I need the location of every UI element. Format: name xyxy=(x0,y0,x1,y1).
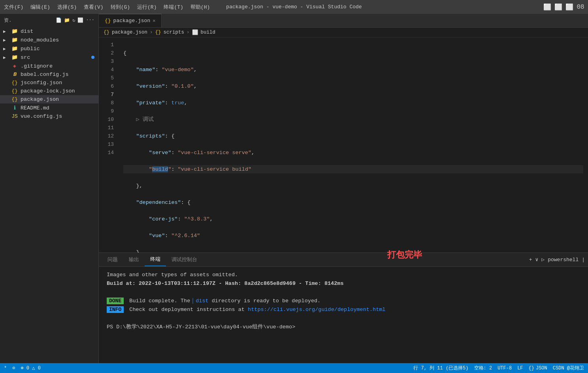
menu-file[interactable]: 文件(F) xyxy=(4,4,23,11)
layout-icon-1[interactable]: ⬜ xyxy=(544,4,551,11)
tab-problems[interactable]: 问题 xyxy=(102,253,123,266)
new-file-icon[interactable]: 📄 xyxy=(56,17,62,23)
line-num-7: 7 xyxy=(99,90,119,99)
line-num-10: 10 xyxy=(99,115,119,124)
json-brace-icon: {} xyxy=(529,365,534,371)
sidebar-item-src[interactable]: ▶ 📁 src xyxy=(0,53,98,62)
menu-run[interactable]: 运行(R) xyxy=(137,4,156,11)
editor-area: {} package.json ✕ {} package.json › {} s… xyxy=(99,14,588,363)
tab-terminal[interactable]: 终端 xyxy=(145,253,166,266)
menu-select[interactable]: 选择(S) xyxy=(57,4,77,11)
more-icon[interactable]: ··· xyxy=(86,17,94,23)
code-line-7: "build": "vue-cli-service build" xyxy=(123,165,583,173)
statusbar-spaces[interactable]: 空格: 2 xyxy=(474,365,492,371)
sidebar-item-public[interactable]: ▶ 📁 public xyxy=(0,44,98,53)
statusbar: * ⊙ ⊗ 0 △ 0 行 7, 列 11 (已选择5) 空格: 2 UTF-8… xyxy=(0,363,588,373)
tab-output[interactable]: 输出 xyxy=(123,253,145,266)
json-icon: {} xyxy=(11,88,18,94)
chevron-right-icon: ▶ xyxy=(3,29,9,34)
chevron-right-icon: ▶ xyxy=(3,38,9,43)
dist-text: ｜dist xyxy=(190,298,208,304)
breadcrumb-icon: {} xyxy=(104,30,109,35)
folder-icon: 📁 xyxy=(11,54,18,60)
terminal-line-2: Build at: 2022-10-13T03:11:12.197Z - Has… xyxy=(107,279,580,288)
breadcrumb-scripts[interactable]: scripts xyxy=(164,30,185,35)
json-icon: {} xyxy=(11,96,18,102)
statusbar-errors[interactable]: ⊗ 0 △ 0 xyxy=(21,365,40,371)
chevron-right-icon: ▶ xyxy=(3,55,9,60)
breadcrumb-build[interactable]: build xyxy=(201,30,216,35)
tab-debug-console[interactable]: 调试控制台 xyxy=(166,253,203,266)
sidebar-item-gitignore[interactable]: ◈ .gitignore xyxy=(0,62,98,70)
deployment-link[interactable]: https://cli.vuejs.org/guide/deployment.h… xyxy=(248,307,385,313)
menu-goto[interactable]: 转到(G) xyxy=(111,4,130,11)
collapse-icon[interactable]: ⬜ xyxy=(77,17,83,23)
sidebar-item-package-lock[interactable]: {} package-lock.json xyxy=(0,87,98,95)
statusbar-row-col[interactable]: 行 7, 列 11 (已选择5) xyxy=(413,365,468,371)
statusbar-encoding[interactable]: UTF-8 xyxy=(498,365,512,371)
plus-icon[interactable]: + xyxy=(529,257,532,263)
sidebar-item-label: dist xyxy=(21,28,33,34)
line-num-5: 5 xyxy=(99,74,119,82)
layout-icon-2[interactable]: ⬜ xyxy=(555,4,562,11)
code-line-9: "dependencies": { xyxy=(123,198,583,207)
tab-package-json[interactable]: {} package.json ✕ xyxy=(99,14,162,27)
line-numbers: 1 2 3 4 5 6 7 8 9 10 11 12 13 14 xyxy=(99,38,119,252)
menu-terminal[interactable]: 终端(T) xyxy=(164,4,183,11)
terminal-line-empty xyxy=(107,314,580,323)
terminal-panel: 问题 输出 终端 调试控制台 + ∨ ▷ powershell | Images… xyxy=(99,252,588,363)
info-msg: Check out deployment instructions at xyxy=(129,307,248,313)
code-line-4: "private": true, xyxy=(123,99,583,107)
tabs-bar: {} package.json ✕ xyxy=(99,14,588,28)
terminal-content[interactable]: Images and other types of assets omitted… xyxy=(99,267,588,363)
breadcrumb: {} package.json › {} scripts › ⬜ build xyxy=(99,28,588,38)
sidebar-item-label: package-lock.json xyxy=(21,88,75,94)
refresh-icon[interactable]: ↻ xyxy=(72,17,75,23)
code-line-5: "scripts": { xyxy=(123,132,583,140)
statusbar-line-ending[interactable]: LF xyxy=(517,365,523,371)
code-line-debug: ▷ 调试 xyxy=(123,115,583,124)
info-badge: INFO xyxy=(107,306,124,313)
layout-icon-4[interactable]: 08 xyxy=(577,4,584,11)
line-num-4: 4 xyxy=(99,66,119,74)
tab-label: package.json xyxy=(113,18,151,24)
breadcrumb-icon3: ⬜ xyxy=(192,29,198,36)
statusbar-sync[interactable]: ⊙ xyxy=(12,365,15,371)
menu-help[interactable]: 帮助(H) xyxy=(190,4,210,11)
git-icon: ◈ xyxy=(11,63,18,69)
chevron-down-icon[interactable]: ∨ xyxy=(535,256,539,263)
window-controls[interactable]: ⬜ ⬜ ⬜ 08 xyxy=(544,4,584,11)
sidebar-item-label: public xyxy=(21,46,40,52)
terminal-split-icon[interactable]: | xyxy=(582,257,585,263)
sidebar-item-babel[interactable]: 𝘽 babel.config.js xyxy=(0,70,98,79)
statusbar-language[interactable]: {} JSON xyxy=(529,365,547,371)
menu-bar[interactable]: 文件(F) 编辑(E) 选择(S) 查看(V) 转到(G) 运行(R) 终端(T… xyxy=(4,4,210,11)
tab-close-button[interactable]: ✕ xyxy=(153,18,155,24)
sidebar-toolbar-icons[interactable]: 📄 📁 ↻ ⬜ ··· xyxy=(56,17,94,23)
breadcrumb-sep-2: › xyxy=(187,30,190,35)
titlebar: 文件(F) 编辑(E) 选择(S) 查看(V) 转到(G) 运行(R) 终端(T… xyxy=(0,0,588,14)
code-content[interactable]: { "name": "vue-demo", "version": "0.1.0"… xyxy=(119,38,588,252)
language-label: JSON xyxy=(536,365,547,371)
terminal-run-icon[interactable]: ▷ xyxy=(541,256,545,263)
code-line-6: "serve": "vue-cli-service serve", xyxy=(123,149,583,157)
breadcrumb-file[interactable]: package.json xyxy=(112,30,147,35)
sidebar-item-jsconfig[interactable]: {} jsconfig.json xyxy=(0,79,98,87)
sidebar-item-node-modules[interactable]: ▶ 📁 node_modules xyxy=(0,36,98,44)
new-folder-icon[interactable]: 📁 xyxy=(64,17,70,23)
sidebar-item-readme[interactable]: ℹ README.md xyxy=(0,104,98,112)
sidebar-item-vue-config[interactable]: JS vue.config.js xyxy=(0,112,98,121)
menu-edit[interactable]: 编辑(E) xyxy=(30,4,50,11)
terminal-line-done: DONE Build complete. The｜dist directory … xyxy=(107,297,580,305)
sidebar-item-package-json[interactable]: {} package.json xyxy=(0,95,98,104)
modified-dot-indicator xyxy=(91,56,94,59)
sidebar-item-dist[interactable]: ▶ 📁 dist xyxy=(0,27,98,36)
menu-view[interactable]: 查看(V) xyxy=(84,4,103,11)
sidebar-item-label: babel.config.js xyxy=(21,72,69,77)
statusbar-branch[interactable]: * xyxy=(4,365,7,371)
done-badge: DONE xyxy=(107,298,124,304)
main-layout: 资. 📄 📁 ↻ ⬜ ··· ▶ 📁 dist ▶ 📁 node_modules… xyxy=(0,14,588,363)
layout-icon-3[interactable]: ⬜ xyxy=(566,4,573,11)
code-editor[interactable]: 1 2 3 4 5 6 7 8 9 10 11 12 13 14 { "name… xyxy=(99,38,588,252)
code-line-8: }, xyxy=(123,182,583,190)
